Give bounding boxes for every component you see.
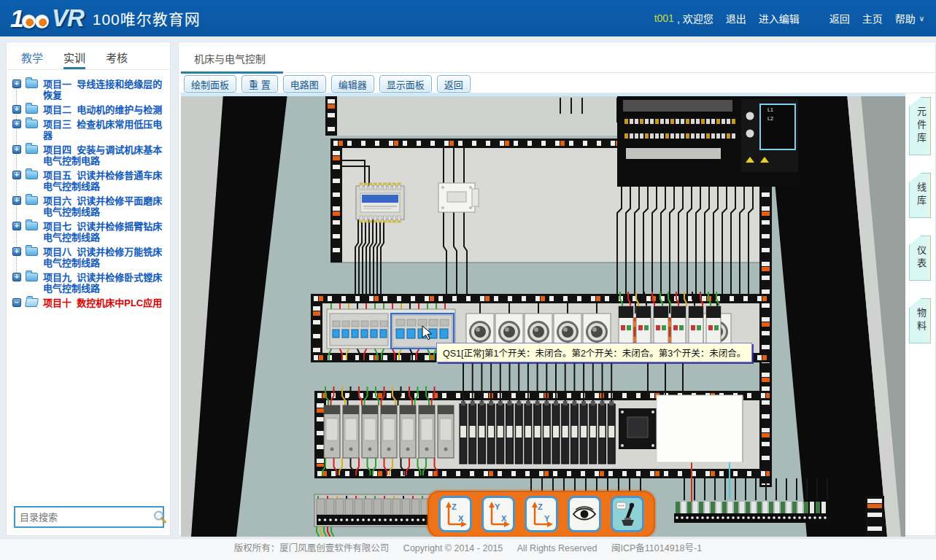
draw-panel-button[interactable]: 绘制面板	[184, 75, 236, 93]
folder-icon	[26, 222, 38, 230]
site-logo[interactable]: 1VR	[10, 4, 84, 33]
control-transformer[interactable]	[356, 183, 404, 222]
tab-teaching[interactable]: 教学	[21, 50, 43, 69]
view-zx-button[interactable]: Z X	[438, 496, 472, 532]
tree-item-label: 项目五 识读并检修普通车床电气控制线路	[43, 170, 162, 192]
switch-lever-icon	[615, 500, 640, 528]
circuit-diagram-button[interactable]: 电路图	[283, 75, 326, 93]
footer-rights: All Rights Reserved	[517, 543, 597, 553]
blank-label-paper	[657, 395, 743, 462]
library-tabs: 元件库 线库 仪表 物料	[909, 97, 931, 343]
zx-axis-icon: Z X	[443, 500, 468, 528]
relay-row[interactable]	[324, 405, 454, 458]
svg-text:X: X	[458, 514, 464, 523]
tree-item-label: 项目二 电动机的维护与检测	[43, 104, 162, 115]
tree-item-label: 项目六 识读并检修平面磨床电气控制线路	[43, 195, 162, 217]
svg-text:Z: Z	[538, 502, 543, 511]
tree-item-project-8[interactable]: +项目八 识读并检修万能铣床电气控制线路	[11, 246, 166, 268]
view-eye-button[interactable]	[568, 496, 601, 532]
course-sidebar: 教学 实训 考核 +项目一 导线连接和绝缘层的恢复 +项目二 电动机的维护与检测…	[6, 42, 171, 536]
expand-icon[interactable]: +	[12, 196, 21, 205]
tree-item-project-9[interactable]: +项目九 识读并检修卧式镗床电气控制线路	[11, 272, 166, 294]
folder-icon	[26, 196, 38, 205]
tree-item-label: 项目九 识读并检修卧式镗床电气控制线路	[43, 272, 162, 294]
username-link[interactable]: t001	[654, 12, 674, 24]
zy-axis-icon: Z Y	[529, 500, 554, 528]
mouse-cursor	[422, 325, 433, 341]
tab-training[interactable]: 实训	[63, 50, 85, 69]
plc-unit[interactable]: L1 L2	[617, 96, 800, 187]
search-icon[interactable]	[152, 510, 167, 524]
component-status-tooltip: QS1[正常]第1个开关：未闭合。第2个开关：未闭合。第3个开关：未闭合。	[436, 343, 752, 362]
folder-icon	[26, 120, 38, 128]
scene-nav-toolbar: Z X Y X	[428, 491, 655, 537]
tree-item-project-1[interactable]: +项目一 导线连接和绝缘层的恢复	[11, 79, 166, 101]
view-yx-button[interactable]: Y X	[481, 496, 515, 532]
folder-icon	[26, 145, 38, 154]
tab-materials[interactable]: 物料	[909, 298, 931, 343]
expand-icon[interactable]: +	[12, 79, 21, 88]
project-tree: +项目一 导线连接和绝缘层的恢复 +项目二 电动机的维护与检测 +项目三 检查机…	[7, 70, 170, 308]
expand-icon[interactable]: +	[12, 120, 21, 128]
cabinet-3d-scene[interactable]: L1 L2	[181, 93, 905, 537]
main-panel: 机床与电气控制 绘制面板 重 置 电路图 编辑器 显示面板 返回	[178, 42, 936, 536]
tab-instruments[interactable]: 仪表	[909, 236, 931, 281]
tree-item-project-7[interactable]: +项目七 识读并检修摇臂钻床电气控制线路	[11, 221, 166, 243]
junction-box[interactable]	[619, 408, 657, 449]
3d-viewport[interactable]: L1 L2	[181, 93, 905, 537]
collapse-icon[interactable]: −	[12, 298, 21, 307]
logo-eye-icon	[35, 15, 49, 28]
tab-component-library[interactable]: 元件库	[909, 97, 931, 155]
upper-contactor[interactable]	[438, 183, 479, 212]
switch-tool-button[interactable]	[611, 496, 644, 532]
tree-item-label: 项目四 安装与调试机床基本电气控制电路	[43, 144, 162, 166]
tree-item-label: 项目一 导线连接和绝缘层的恢复	[43, 79, 162, 101]
return-button[interactable]: 返回	[437, 75, 471, 93]
expand-icon[interactable]: +	[12, 273, 21, 281]
editor-button[interactable]: 编辑器	[331, 75, 374, 93]
footer-copyright: Copyright © 2014 - 2015	[403, 543, 503, 553]
expand-icon[interactable]: +	[12, 105, 21, 114]
eye-icon	[572, 500, 597, 528]
footer-icp: 闽ICP备11014918号-1	[611, 543, 702, 553]
scene-toolbar: 绘制面板 重 置 电路图 编辑器 显示面板 返回	[179, 73, 935, 93]
show-panel-button[interactable]: 显示面板	[379, 75, 432, 93]
tab-assessment[interactable]: 考核	[106, 50, 128, 69]
tree-item-project-6[interactable]: +项目六 识读并检修平面磨床电气控制线路	[11, 195, 166, 217]
open-folder-icon	[25, 298, 39, 307]
content-tab-title[interactable]: 机床与电气控制	[194, 51, 266, 66]
tree-item-project-4[interactable]: +项目四 安装与调试机床基本电气控制电路	[11, 144, 166, 166]
folder-icon	[26, 247, 38, 256]
welcome-text: , 欢迎您	[677, 11, 713, 26]
reset-button[interactable]: 重 置	[241, 75, 278, 93]
logo-vr: VR	[52, 4, 84, 32]
expand-icon[interactable]: +	[12, 145, 21, 154]
sidebar-tabs: 教学 实训 考核	[7, 42, 170, 70]
nav-logout[interactable]: 退出	[726, 11, 746, 26]
terminal-modules[interactable]	[460, 401, 615, 464]
svg-text:Z: Z	[452, 502, 457, 511]
tree-item-label: 项目三 检查机床常用低压电器	[43, 119, 162, 141]
expand-icon[interactable]: +	[12, 247, 21, 256]
view-zy-button[interactable]: Z Y	[525, 496, 558, 532]
plc-l2-label: L2	[767, 116, 773, 121]
expand-icon[interactable]: +	[12, 171, 21, 179]
nav-help[interactable]: 帮助	[895, 11, 916, 26]
tree-item-project-10-selected[interactable]: −项目十 数控机床中PLC应用	[11, 298, 166, 308]
tab-wire-library[interactable]: 线库	[909, 173, 931, 218]
nav-home[interactable]: 主页	[862, 11, 883, 26]
logo-one: 1	[10, 4, 23, 33]
tree-item-project-5[interactable]: +项目五 识读并检修普通车床电气控制线路	[11, 170, 166, 192]
tree-item-project-3[interactable]: +项目三 检查机床常用低压电器	[11, 119, 166, 141]
nav-enter-edit[interactable]: 进入编辑	[759, 11, 800, 26]
tree-item-label: 项目七 识读并检修摇臂钻床电气控制线路	[43, 221, 162, 243]
active-tab-underline	[181, 71, 283, 74]
expand-icon[interactable]: +	[12, 222, 21, 230]
nav-back[interactable]: 返回	[829, 11, 850, 26]
header-nav: t001 , 欢迎您 退出 进入编辑 返回 主页 帮助 ∨	[654, 11, 924, 26]
page-footer: 版权所有：厦门凤凰创壹软件有限公司 Copyright © 2014 - 201…	[0, 538, 936, 560]
help-caret-icon[interactable]: ∨	[919, 15, 924, 23]
search-input[interactable]	[15, 512, 152, 523]
tree-item-project-2[interactable]: +项目二 电动机的维护与检测	[11, 104, 166, 115]
tree-item-label: 项目十 数控机床中PLC应用	[43, 298, 162, 308]
